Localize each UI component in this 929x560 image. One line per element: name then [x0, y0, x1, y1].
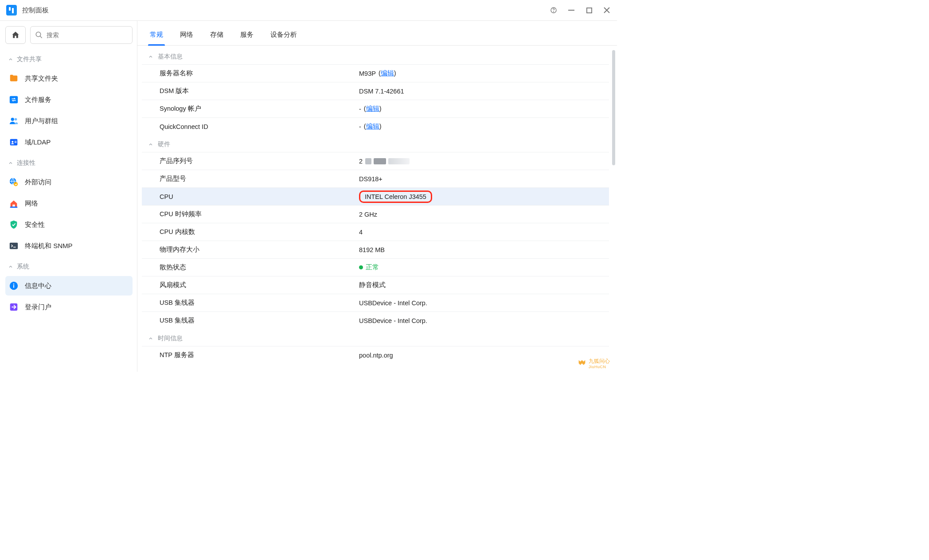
- watermark-text: 九狐问心: [589, 358, 610, 364]
- sidebar-item-info-center[interactable]: 信息中心: [5, 276, 133, 296]
- transfer-icon: [9, 95, 19, 105]
- info-row: 散热状态正常: [142, 258, 609, 276]
- sidebar-item-label: 信息中心: [25, 282, 51, 290]
- status-text: 正常: [366, 263, 379, 272]
- sidebar-item-label: 用户与群组: [25, 117, 58, 125]
- svg-point-1: [554, 12, 554, 12]
- sidebar-item-label: 网络: [25, 199, 38, 208]
- info-row: 服务器名称M93P (编辑): [142, 64, 609, 82]
- info-value: - (编辑): [359, 105, 382, 113]
- info-value: 正常: [359, 263, 379, 272]
- section-title: 基本信息: [158, 53, 183, 61]
- edit-link[interactable]: 编辑: [381, 70, 394, 77]
- info-label: NTP 服务器: [160, 351, 359, 359]
- info-value: DSM 7.1-42661: [359, 88, 404, 95]
- info-value: 2: [359, 158, 410, 165]
- info-label: 产品型号: [160, 175, 359, 183]
- svg-rect-17: [13, 285, 14, 288]
- info-row: CPU 时钟频率2 GHz: [142, 205, 609, 223]
- globe-link-icon: [9, 177, 19, 187]
- svg-point-18: [13, 284, 14, 284]
- idcard-icon: [9, 137, 19, 147]
- info-value: 2 GHz: [359, 211, 377, 218]
- tab-device[interactable]: 设备分析: [269, 28, 299, 45]
- value-text: -: [359, 123, 361, 130]
- sidebar-group-label: 连接性: [17, 159, 35, 167]
- section-title: 硬件: [158, 140, 170, 148]
- sidebar-item-label: 终端机和 SNMP: [25, 242, 73, 250]
- sidebar-item-label: 外部访问: [25, 178, 51, 187]
- watermark: 九狐问心 JiuHuCN: [577, 358, 610, 369]
- info-row: 产品型号DS918+: [142, 170, 609, 187]
- scrollbar[interactable]: [612, 50, 615, 165]
- info-label: 散热状态: [160, 263, 359, 272]
- info-label: DSM 版本: [160, 87, 359, 95]
- info-value: USBDevice - Intel Corp.: [359, 299, 427, 307]
- edit-link[interactable]: 编辑: [366, 105, 379, 112]
- search-input[interactable]: [47, 31, 128, 39]
- section-header-time[interactable]: 时间信息: [142, 329, 609, 346]
- info-label: USB 集线器: [160, 316, 359, 325]
- sidebar-group-文件共享[interactable]: 文件共享: [5, 52, 133, 67]
- sidebar-item-shared-folders[interactable]: 共享文件夹: [5, 69, 133, 88]
- value-text: M93P: [359, 70, 376, 77]
- info-value: 4: [359, 229, 363, 236]
- info-row: QuickConnect ID- (编辑): [142, 117, 609, 135]
- sidebar-item-label: 安全性: [25, 221, 45, 229]
- svg-rect-2: [568, 10, 574, 11]
- titlebar: 控制面板: [0, 0, 617, 21]
- maximize-button[interactable]: [585, 6, 593, 14]
- tab-service[interactable]: 服务: [238, 28, 255, 45]
- sidebar-item-terminal-snmp[interactable]: 终端机和 SNMP: [5, 236, 133, 256]
- minimize-button[interactable]: [567, 6, 575, 14]
- info-row: CPU 内核数4: [142, 223, 609, 241]
- search-icon: [35, 31, 43, 39]
- value-text: -: [359, 105, 361, 113]
- svg-point-13: [14, 182, 18, 186]
- info-label: Synology 帐户: [160, 105, 359, 113]
- sidebar-item-label: 共享文件夹: [25, 74, 58, 83]
- sidebar-item-external-access[interactable]: 外部访问: [5, 172, 133, 192]
- edit-link[interactable]: 编辑: [366, 123, 379, 130]
- info-label: 服务器名称: [160, 69, 359, 78]
- app-icon: [6, 5, 17, 16]
- home-icon: [11, 31, 20, 39]
- tab-general[interactable]: 常规: [148, 28, 165, 45]
- section-header-hardware[interactable]: 硬件: [142, 135, 609, 152]
- folder-icon: [9, 74, 19, 83]
- sidebar-item-domain-ldap[interactable]: 域/LDAP: [5, 132, 133, 152]
- info-row: CPUINTEL Celeron J3455: [142, 187, 609, 205]
- users-icon: [9, 116, 19, 126]
- section-header-basic[interactable]: 基本信息: [142, 47, 609, 64]
- home-button[interactable]: [5, 26, 26, 44]
- sidebar-item-users-groups[interactable]: 用户与群组: [5, 111, 133, 131]
- sidebar-item-file-services[interactable]: 文件服务: [5, 90, 133, 109]
- window-title: 控制面板: [22, 6, 49, 15]
- sidebar-group-系统[interactable]: 系统: [5, 259, 133, 274]
- info-value: 8192 MB: [359, 246, 385, 253]
- sidebar-group-连接性[interactable]: 连接性: [5, 156, 133, 171]
- tab-storage[interactable]: 存储: [208, 28, 225, 45]
- status-dot-icon: [359, 265, 363, 269]
- svg-point-9: [12, 141, 13, 143]
- portal-icon: [9, 302, 19, 312]
- search-field[interactable]: [30, 26, 133, 44]
- sidebar-group-label: 文件共享: [17, 55, 42, 63]
- info-row: Synology 帐户- (编辑): [142, 100, 609, 117]
- svg-rect-10: [15, 141, 17, 141]
- sidebar-item-security[interactable]: 安全性: [5, 215, 133, 234]
- svg-point-4: [36, 32, 41, 37]
- close-button[interactable]: [603, 6, 611, 14]
- sidebar-item-network[interactable]: 网络: [5, 194, 133, 213]
- info-row: NTP 服务器pool.ntp.org: [142, 346, 609, 364]
- info-row: 物理内存大小8192 MB: [142, 241, 609, 258]
- home-net-icon: [9, 198, 19, 208]
- help-button[interactable]: [550, 6, 558, 14]
- tab-network[interactable]: 网络: [178, 28, 195, 45]
- svg-rect-3: [586, 8, 591, 12]
- svg-point-6: [11, 118, 14, 121]
- info-row: USB 集线器USBDevice - Intel Corp.: [142, 294, 609, 311]
- info-row: USB 集线器USBDevice - Intel Corp.: [142, 311, 609, 329]
- sidebar-item-login-portal[interactable]: 登录门户: [5, 297, 133, 317]
- info-label: 物理内存大小: [160, 245, 359, 254]
